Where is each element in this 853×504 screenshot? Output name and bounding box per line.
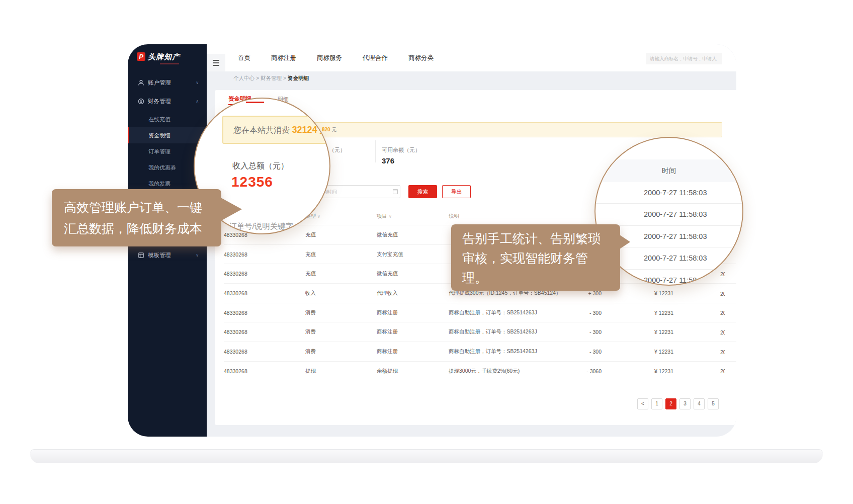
cell-type: 消费	[305, 328, 377, 335]
cell-order-no: 48330268	[224, 310, 305, 316]
cell-amount: - 3060	[574, 368, 602, 374]
cell-project: 支付宝充值	[377, 251, 449, 258]
cell-time: 2000-7-27 11:58:03	[673, 348, 736, 355]
banner-prefix: 您在本站共消费	[233, 126, 290, 134]
cell-description: 商标自助注册，订单号：SB2514263J	[449, 348, 574, 355]
chevron-up-icon: ∧	[196, 99, 199, 104]
brand: P 头牌知产	[137, 52, 180, 62]
cell-balance: ¥ 12231	[602, 290, 673, 296]
sort-chevron-icon[interactable]: ∨	[317, 214, 320, 219]
callout-right-text: 告别手工统计、告别繁琐审核，实现智能财务管理。	[462, 231, 601, 285]
cell-project: 微信充值	[377, 270, 449, 277]
pagination: <12345	[637, 398, 719, 409]
cell-amount: + 300	[574, 290, 602, 296]
cell-type: 提现	[305, 368, 377, 375]
time-clipped: 2000-7-27 11:58:03	[720, 271, 725, 277]
cell-project: 商标注册	[377, 348, 449, 355]
nav-item-商标分类[interactable]: 商标分类	[408, 54, 434, 62]
table-row: 48330268消费商标注册商标自助注册，订单号：SB2514263J- 300…	[224, 303, 736, 322]
cell-type: 消费	[305, 348, 377, 355]
time-clipped: 2000-7-27 11:58:03	[720, 291, 725, 297]
export-button[interactable]: 导出	[442, 185, 471, 198]
nav-item-代理合作[interactable]: 代理合作	[363, 54, 388, 62]
column-header: 说明	[449, 213, 574, 220]
nav-item-商标服务[interactable]: 商标服务	[317, 54, 342, 62]
sidebar-item-label: 账户管理	[148, 79, 171, 87]
time-clipped: 2000-7-27 11:58:03	[720, 310, 725, 316]
cell-description: 代理提成300元（ID:1245，订单号：SB45124）	[449, 290, 574, 297]
callout-left-text: 高效管理账户订单、一键汇总数据，降低财务成本	[64, 200, 202, 235]
pagination-page-2[interactable]: 2	[665, 398, 676, 409]
hamburger-menu-icon[interactable]	[207, 54, 225, 71]
cell-type: 消费	[305, 309, 377, 316]
breadcrumb-current: 资金明细	[288, 75, 309, 81]
cell-type: 充值	[305, 270, 377, 277]
chevron-down-icon: ∨	[196, 253, 199, 258]
sidebar-item-template[interactable]: 模板管理 ∨	[128, 247, 207, 263]
cell-amount: - 300	[574, 329, 602, 335]
cell-order-no: 48330268	[224, 349, 305, 355]
cell-time: 2000-7-27 11:58:03	[673, 368, 736, 374]
calendar-icon[interactable]	[393, 189, 398, 194]
brand-name: 头牌知产	[148, 52, 180, 62]
brand-logo-icon: P	[137, 52, 145, 61]
callout-left: 高效管理账户订单、一键汇总数据，降低财务成本	[52, 189, 221, 246]
sidebar-item-label: 财务管理	[148, 98, 171, 105]
cell-description: 商标自助注册，订单号：SB2514263J	[449, 328, 574, 335]
breadcrumb: 个人中心 > 财务管理 > 资金明细	[233, 75, 309, 82]
cell-amount: - 300	[574, 310, 602, 316]
pagination-page-1[interactable]: 1	[651, 398, 662, 409]
search-input[interactable]	[646, 53, 722, 64]
magnified-tab-underline	[246, 102, 264, 103]
nav-item-首页[interactable]: 首页	[238, 54, 250, 62]
cell-project: 微信充值	[377, 231, 449, 238]
magnified-time-value: 2000-7-27 11:58:03	[595, 182, 742, 204]
search-button[interactable]: 搜索	[408, 185, 437, 198]
table-row: 48330268提现余额提现提现3000元，手续费2%(60元)- 3060¥ …	[224, 361, 736, 381]
banner-unit: 元	[331, 127, 336, 132]
cell-time: 2000-7-27 11:58:03	[673, 309, 736, 316]
cell-project: 代理收入	[377, 290, 449, 297]
pagination-page-5[interactable]: 5	[708, 398, 719, 409]
column-header-label: 说明	[449, 213, 459, 219]
nav-item-商标注册[interactable]: 商标注册	[271, 54, 296, 62]
pagination-prev-button[interactable]: <	[637, 398, 648, 409]
cell-description: 商标自助注册，订单号：SB2514263J	[449, 309, 574, 316]
callout-right: 告别手工统计、告别繁琐审核，实现智能财务管理。	[451, 224, 620, 291]
column-header-label: 项目	[377, 213, 387, 219]
table-row: 48330268消费商标注册商标自助注册，订单号：SB2514263J- 300…	[224, 322, 736, 342]
sidebar-item-label: 模板管理	[148, 251, 171, 259]
time-clipped: 2000-7-27 11:58:03	[720, 368, 725, 374]
callout-tail-icon	[221, 198, 242, 221]
sidebar-item-finance[interactable]: 财务管理 ∧	[128, 93, 207, 109]
magnified-time-header: 时间	[595, 159, 742, 182]
time-clipped: 2000-7-27 11:58:03	[720, 349, 725, 355]
brand-tagline	[160, 63, 179, 64]
cell-balance: ¥ 12231	[602, 310, 673, 316]
sidebar-subitem-资金明细[interactable]: 资金明细	[128, 127, 207, 143]
cell-order-no: 48330268	[224, 271, 305, 277]
cell-project: 商标注册	[377, 328, 449, 335]
chevron-down-icon: ∨	[196, 80, 199, 85]
pagination-page-3[interactable]: 3	[679, 398, 691, 409]
magnified-income-value: 12356	[231, 174, 273, 190]
cell-order-no: 48330268	[224, 251, 305, 258]
column-header: 项目∨	[377, 213, 449, 220]
sort-chevron-icon[interactable]: ∨	[389, 214, 392, 219]
stat-balance-value: 376	[382, 156, 394, 165]
cell-balance: ¥ 12231	[602, 329, 673, 335]
stat-divider	[375, 140, 376, 162]
cell-order-no: 48330268	[224, 329, 305, 335]
magnified-column-header: 订单号/说明关键字	[229, 221, 293, 232]
cell-project: 商标注册	[377, 309, 449, 316]
pagination-page-4[interactable]: 4	[694, 398, 705, 409]
cell-balance: ¥ 12231	[602, 349, 673, 355]
cell-order-no: 48330268	[224, 368, 305, 374]
cell-balance: ¥ 12231	[602, 368, 673, 374]
sidebar-item-account[interactable]: 账户管理 ∨	[128, 74, 207, 91]
topnav-items: 首页商标注册商标服务代理合作商标分类	[238, 44, 434, 71]
stat-middle-label-fragment: （元）	[329, 146, 346, 154]
column-header: 类型∨	[305, 213, 377, 220]
cell-type: 充值	[305, 231, 377, 238]
sidebar-subitem-在线充值[interactable]: 在线充值	[128, 111, 207, 127]
